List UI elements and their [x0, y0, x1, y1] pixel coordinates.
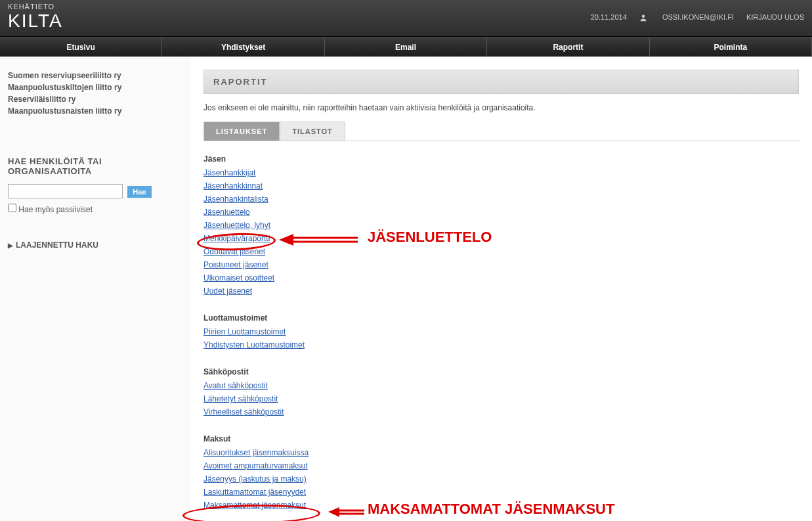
sections: JäsenJäsenhankkijatJäsenhankkinnatJäsenh… — [203, 154, 799, 512]
search-input[interactable] — [8, 184, 123, 198]
brand: KEHÄTIETO KILTA — [8, 3, 63, 32]
nav-raportit[interactable]: Raportit — [487, 37, 649, 56]
report-link[interactable]: Ulkomaiset osoitteet — [203, 271, 799, 284]
org-item: Reserviläisliitto ry — [8, 93, 182, 105]
report-link[interactable]: Jäsenhankkinnat — [203, 179, 799, 193]
report-link[interactable]: Jäsenluettelo, lyhyt — [203, 219, 799, 232]
main: RAPORTIT Jos erikseen ei ole mainittu, n… — [190, 57, 812, 521]
user-link[interactable]: OSSI.IKONEN@IKI.FI — [639, 13, 736, 21]
brand-top: KEHÄTIETO — [8, 3, 63, 11]
header-right: 20.11.2014 OSSI.IKONEN@IKI.FI KIRJAUDU U… — [580, 13, 804, 22]
link-list: JäsenhankkijatJäsenhankkinnatJäsenhankin… — [203, 166, 799, 298]
tab-listaukset[interactable]: LISTAUKSET — [203, 122, 280, 141]
intro-text: Jos erikseen ei ole mainittu, niin rapor… — [203, 103, 799, 112]
report-link[interactable]: Uudet jäsenet — [203, 284, 799, 298]
report-link[interactable]: Jäsenluettelo — [203, 206, 799, 219]
search-title: HAE HENKILÖITÄ TAI ORGANISAATIOITA — [8, 156, 182, 176]
report-link[interactable]: Virheelliset sähköpostit — [203, 405, 799, 419]
section-title: Luottamustoimet — [203, 313, 799, 323]
search-button[interactable]: Hae — [127, 186, 151, 198]
org-list: Suomen reserviupseeriliitto ry Maanpuolu… — [8, 70, 182, 117]
sidebar: Suomen reserviupseeriliitto ry Maanpuolu… — [0, 57, 190, 521]
org-item: Maanpuolustuskiltojen liitto ry — [8, 81, 182, 93]
org-item: Suomen reserviupseeriliitto ry — [8, 70, 182, 81]
tab-tilastot[interactable]: TILASTOT — [280, 122, 345, 141]
passive-checkbox-label: Hae myös passiiviset — [18, 205, 93, 214]
header: KEHÄTIETO KILTA 20.11.2014 OSSI.IKONEN@I… — [0, 0, 812, 37]
svg-point-0 — [642, 15, 645, 18]
report-link[interactable]: Avoimet ampumaturvamaksut — [203, 459, 799, 472]
user-icon — [639, 14, 647, 22]
nav-yhdistykset[interactable]: Yhdistykset — [162, 37, 324, 56]
header-date: 20.11.2014 — [591, 13, 627, 21]
report-link[interactable]: Jäsenhankkijat — [203, 166, 799, 179]
section: MaksutAlisuoritukset jäsenmaksuissaAvoim… — [203, 434, 799, 512]
nav: Etusivu Yhdistykset Email Raportit Poimi… — [0, 37, 812, 57]
report-link[interactable]: Odottavat jäsenet — [203, 245, 799, 258]
nav-poiminta[interactable]: Poiminta — [650, 37, 812, 56]
report-link[interactable]: Merkkipäiväraportti — [203, 232, 799, 245]
section: SähköpostitAvatut sähköpostitLähetetyt s… — [203, 367, 799, 419]
link-list: Alisuoritukset jäsenmaksuissaAvoimet amp… — [203, 446, 799, 512]
logout-link[interactable]: KIRJAUDU ULOS — [746, 13, 804, 21]
advanced-search-toggle[interactable]: LAAJENNETTU HAKU — [8, 240, 182, 250]
report-link[interactable]: Alisuoritukset jäsenmaksuissa — [203, 446, 799, 459]
section-title: Jäsen — [203, 154, 799, 164]
brand-main: KILTA — [8, 11, 63, 32]
link-list: Piirien LuottamustoimetYhdistysten Luott… — [203, 325, 799, 351]
passive-checkbox-row: Hae myös passiiviset — [8, 204, 182, 214]
report-link[interactable]: Lähetetyt sähköpostit — [203, 392, 799, 405]
search-row: Hae — [8, 184, 182, 198]
org-item: Maanpuolustusnaisten liitto ry — [8, 105, 182, 117]
report-link[interactable]: Jäsenhankintalista — [203, 193, 799, 206]
report-link[interactable]: Yhdistysten Luottamustoimet — [203, 338, 799, 351]
report-link[interactable]: Poistuneet jäsenet — [203, 258, 799, 271]
section: JäsenJäsenhankkijatJäsenhankkinnatJäsenh… — [203, 154, 799, 298]
report-link[interactable]: Avatut sähköpostit — [203, 379, 799, 392]
link-list: Avatut sähköpostitLähetetyt sähköpostitV… — [203, 379, 799, 419]
section-title: Sähköpostit — [203, 367, 799, 376]
report-link[interactable]: Jäsenyys (laskutus ja maksu) — [203, 472, 799, 486]
page-title: RAPORTIT — [203, 70, 799, 94]
passive-checkbox[interactable] — [8, 204, 16, 212]
report-link[interactable]: Maksamattomat jäsenmaksut — [203, 499, 799, 512]
report-link[interactable]: Laskuttamattomat jäsenyydet — [203, 486, 799, 499]
tabs: LISTAUKSET TILASTOT — [203, 122, 799, 141]
section-title: Maksut — [203, 434, 799, 443]
report-link[interactable]: Piirien Luottamustoimet — [203, 325, 799, 338]
section: LuottamustoimetPiirien LuottamustoimetYh… — [203, 313, 799, 351]
nav-email[interactable]: Email — [325, 37, 487, 56]
nav-etusivu[interactable]: Etusivu — [0, 37, 162, 56]
